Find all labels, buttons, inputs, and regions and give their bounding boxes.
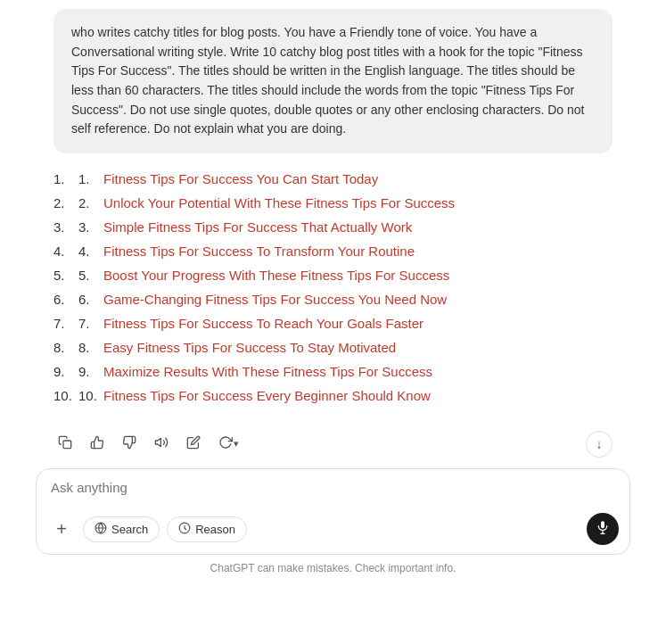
mic-button[interactable] — [587, 513, 619, 545]
input-area: + Search Re — [36, 468, 630, 555]
results-list: 1.Fitness Tips For Success You Can Start… — [18, 171, 648, 412]
list-item: 10.Fitness Tips For Success Every Beginn… — [53, 388, 613, 403]
edit-icon — [186, 435, 201, 452]
list-item-text: Fitness Tips For Success To Reach Your G… — [103, 316, 423, 331]
list-item-number: 10. — [78, 388, 103, 403]
toolbar-row: + Search Re — [37, 508, 629, 554]
svg-rect-5 — [601, 521, 604, 528]
svg-marker-1 — [155, 438, 160, 446]
svg-rect-0 — [63, 441, 71, 449]
list-item-text: Fitness Tips For Success Every Beginner … — [103, 388, 431, 403]
list-item: 5.Boost Your Progress With These Fitness… — [53, 268, 613, 283]
prompt-text: who writes catchy titles for blog posts.… — [71, 25, 584, 136]
list-item-number: 1. — [78, 171, 103, 186]
list-item-text: Boost Your Progress With These Fitness T… — [103, 268, 449, 283]
list-item-number: 9. — [78, 364, 103, 379]
list-item-text: Maximize Results With These Fitness Tips… — [103, 364, 432, 379]
action-bar: ▾ ↓ — [18, 426, 648, 461]
copy-icon — [58, 435, 72, 452]
volume-button[interactable] — [150, 432, 173, 456]
list-item: 9.Maximize Results With These Fitness Ti… — [53, 364, 613, 379]
list-item: 3.Simple Fitness Tips For Success That A… — [53, 219, 613, 235]
scroll-down-icon: ↓ — [596, 437, 603, 451]
edit-button[interactable] — [182, 432, 205, 456]
prompt-box: who writes catchy titles for blog posts.… — [53, 9, 613, 153]
search-button[interactable]: Search — [83, 516, 160, 542]
list-item-text: Unlock Your Potential With These Fitness… — [103, 195, 455, 211]
list-item: 2.Unlock Your Potential With These Fitne… — [53, 195, 613, 211]
list-item-number: 5. — [78, 268, 103, 283]
list-item-text: Fitness Tips For Success You Can Start T… — [103, 171, 378, 186]
thumbs-down-icon — [122, 435, 136, 452]
list-item-number: 4. — [78, 244, 103, 259]
footer-text: ChatGPT can make mistakes. Check importa… — [210, 562, 456, 574]
search-globe-icon — [95, 522, 107, 537]
list-item-number: 7. — [78, 316, 103, 331]
list-item-text: Fitness Tips For Success To Transform Yo… — [103, 244, 415, 259]
mic-icon — [596, 520, 610, 538]
list-item-text: Easy Fitness Tips For Success To Stay Mo… — [103, 340, 396, 355]
search-label: Search — [111, 523, 148, 536]
volume-icon — [154, 435, 169, 452]
list-item: 1.Fitness Tips For Success You Can Start… — [53, 171, 613, 186]
reason-label: Reason — [195, 523, 235, 536]
chevron-icon: ▾ — [234, 439, 239, 449]
scroll-down-button[interactable]: ↓ — [586, 431, 613, 458]
ask-input[interactable] — [51, 480, 615, 495]
list-item: 4.Fitness Tips For Success To Transform … — [53, 244, 613, 259]
list-item-number: 3. — [78, 219, 103, 235]
list-item: 8.Easy Fitness Tips For Success To Stay … — [53, 340, 613, 355]
refresh-icon — [218, 435, 233, 452]
footer: ChatGPT can make mistakes. Check importa… — [18, 555, 648, 583]
add-button[interactable]: + — [47, 515, 76, 543]
input-row — [37, 469, 629, 508]
list-item: 7.Fitness Tips For Success To Reach Your… — [53, 316, 613, 331]
list-item: 6.Game-Changing Fitness Tips For Success… — [53, 292, 613, 307]
list-item-text: Simple Fitness Tips For Success That Act… — [103, 219, 412, 235]
list-item-number: 6. — [78, 292, 103, 307]
thumbs-up-button[interactable] — [86, 432, 109, 456]
reason-icon — [178, 522, 191, 537]
thumbs-down-button[interactable] — [118, 432, 141, 456]
reason-button[interactable]: Reason — [167, 516, 247, 542]
copy-button[interactable] — [53, 432, 77, 456]
refresh-button[interactable]: ▾ — [214, 432, 243, 456]
plus-icon: + — [56, 519, 67, 540]
thumbs-up-icon — [90, 435, 104, 452]
list-item-text: Game-Changing Fitness Tips For Success Y… — [103, 292, 447, 307]
list-item-number: 8. — [78, 340, 103, 355]
list-item-number: 2. — [78, 195, 103, 211]
